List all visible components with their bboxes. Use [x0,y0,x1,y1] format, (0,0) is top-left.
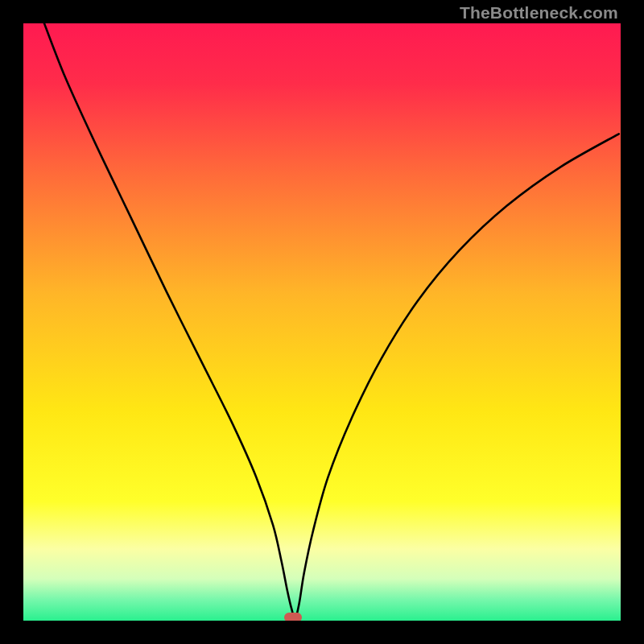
chart-frame: TheBottleneck.com [0,0,644,644]
plot-area [23,23,621,621]
watermark-text: TheBottleneck.com [460,3,618,23]
background-gradient [23,23,621,621]
svg-rect-0 [23,23,621,621]
optimum-marker [284,613,302,621]
